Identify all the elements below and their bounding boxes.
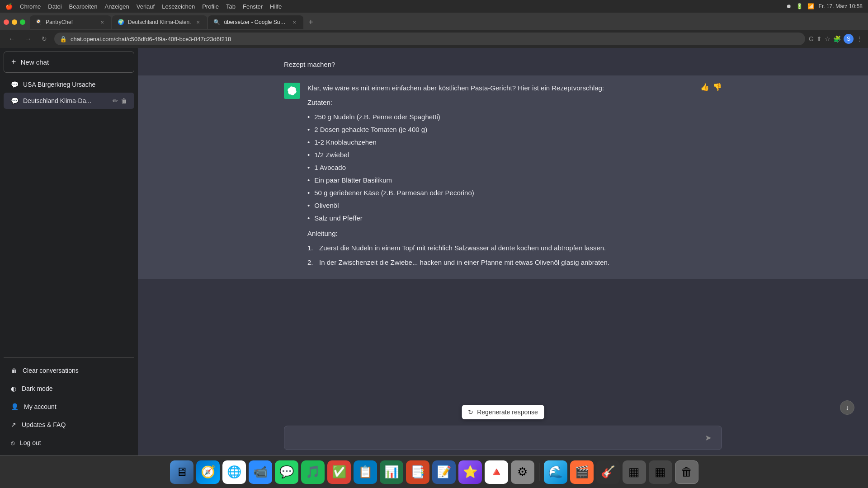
dock-claquette[interactable]: 🎬	[570, 460, 594, 484]
dock-settings[interactable]: ⚙	[511, 460, 534, 484]
dock-whatsapp[interactable]: 💬	[275, 460, 298, 484]
address-bar[interactable]: 🔒 chat.openai.com/chat/c506dfd6-4f9a-40f…	[54, 33, 805, 45]
verlauf-menu[interactable]: Verlauf	[137, 3, 155, 10]
mac-top-bar: 🍎 Chrome Datei Bearbeiten Anzeigen Verla…	[0, 0, 868, 13]
new-chat-button[interactable]: + New chat	[4, 52, 134, 73]
dock-safari[interactable]: 🧭	[196, 460, 220, 484]
new-tab-button[interactable]: +	[304, 16, 317, 28]
regenerate-label: Regenerate response	[477, 408, 538, 416]
ingredients-list: •250 g Nudeln (z.B. Penne oder Spaghetti…	[307, 112, 693, 224]
tab-title-google: übersetzer - Google Suche	[224, 19, 287, 25]
profile-icon[interactable]: S	[844, 34, 854, 44]
clear-conversations-button[interactable]: 🗑 Clear conversations	[4, 361, 134, 380]
sidebar: + New chat 💬 USA Bürgerkrieg Ursache 💬 D…	[0, 48, 138, 455]
dock-drive[interactable]: 🔺	[485, 460, 508, 484]
instructions-label: Anleitung:	[307, 228, 693, 239]
anzeigen-menu[interactable]: Anzeigen	[105, 3, 129, 10]
assistant-message-row: Klar, wie wäre es mit einem einfachen ab…	[138, 75, 868, 279]
tab-close-pantry[interactable]: ✕	[99, 19, 106, 26]
dock-trash[interactable]: 🗑	[675, 460, 698, 484]
minimize-button[interactable]	[12, 19, 17, 25]
thumbs-up-icon[interactable]: 👍	[700, 83, 709, 91]
dock-word[interactable]: 📝	[432, 460, 456, 484]
gpt-avatar	[284, 83, 300, 99]
ingredient-2: 1-2 Knoblauchzehen	[314, 137, 377, 148]
dock-trello[interactable]: 📋	[354, 460, 377, 484]
ingredient-8: Salz und Pfeffer	[314, 213, 362, 224]
conversation-item-deutschland[interactable]: 💬 Deutschland Klima-Da... ✏ 🗑	[4, 93, 134, 109]
chrome-menu[interactable]: Chrome	[20, 3, 41, 10]
tab-favicon-klima: 🌍	[118, 19, 124, 25]
dock-zoom[interactable]: 📹	[249, 460, 272, 484]
ingredient-4: 1 Avocado	[314, 162, 346, 173]
dock: 🖥 🧭 🌐 📹 💬 🎵 ✅ 📋 📊 📑 📝 ⭐ 🔺 ⚙ 🌊 🎬	[0, 455, 868, 488]
hilfe-menu[interactable]: Hilfe	[270, 3, 282, 10]
mac-menu-bar: 🍎 Chrome Datei Bearbeiten Anzeigen Verla…	[5, 3, 282, 10]
my-account-button[interactable]: 👤 My account	[4, 398, 134, 416]
close-button[interactable]	[4, 19, 9, 25]
regenerate-button[interactable]: ↻ Regenerate response	[462, 405, 544, 419]
updates-faq-button[interactable]: ↗ Updates & FAQ	[4, 416, 134, 434]
share-icon[interactable]: ⬆	[816, 35, 822, 42]
chat-icon-usa: 💬	[11, 81, 19, 88]
battery-icon: 🔋	[796, 3, 803, 9]
tab-close-klima[interactable]: ✕	[194, 19, 202, 26]
tab-google[interactable]: 🔍 übersetzer - Google Suche ✕	[208, 15, 303, 29]
datei-menu[interactable]: Datei	[48, 3, 61, 10]
clock: Fr. 17. März 10:58	[819, 3, 863, 9]
fenster-menu[interactable]: Fenster	[243, 3, 263, 10]
ingredient-3: 1/2 Zwiebel	[314, 150, 349, 160]
address-bar-row: ← → ↻ 🔒 chat.openai.com/chat/c506dfd6-4f…	[0, 30, 868, 48]
apple-icon[interactable]: 🍎	[5, 3, 13, 10]
dock-powerpoint[interactable]: 📑	[406, 460, 429, 484]
scroll-to-bottom-button[interactable]: ↓	[840, 400, 854, 415]
delete-icon[interactable]: 🗑	[121, 97, 127, 104]
chat-input[interactable]	[291, 432, 701, 443]
google-icon[interactable]: G	[809, 35, 814, 42]
conversation-item-usa[interactable]: 💬 USA Bürgerkrieg Ursache	[4, 76, 134, 93]
dock-chrome[interactable]: 🌐	[222, 460, 246, 484]
ingredient-0: 250 g Nudeln (z.B. Penne oder Spaghetti)	[314, 112, 440, 122]
profile-menu[interactable]: Profile	[202, 3, 219, 10]
dock-guitar[interactable]: 🎸	[596, 460, 620, 484]
back-button[interactable]: ←	[5, 33, 18, 45]
lesezeichen-menu[interactable]: Lesezeichen	[162, 3, 195, 10]
bearbeiten-menu[interactable]: Bearbeiten	[69, 3, 98, 10]
dock-todoist[interactable]: ✅	[327, 460, 351, 484]
send-button[interactable]: ➤	[701, 431, 715, 445]
logout-button[interactable]: ⎋ Log out	[4, 434, 134, 452]
dark-mode-label: Dark mode	[22, 385, 52, 392]
tab-menu[interactable]: Tab	[226, 3, 236, 10]
logout-label: Log out	[20, 439, 41, 446]
thumbs-down-icon[interactable]: 👎	[713, 83, 722, 91]
forward-button[interactable]: →	[22, 33, 34, 45]
message-actions: 👍 👎	[700, 83, 722, 91]
dock-finder[interactable]: 🖥	[170, 460, 193, 484]
dock-bezel[interactable]: ⭐	[458, 460, 482, 484]
tab-close-google[interactable]: ✕	[291, 19, 298, 26]
menu-icon[interactable]: ⋮	[856, 35, 863, 42]
dark-mode-button[interactable]: ◐ Dark mode	[4, 380, 134, 398]
dock-screenium[interactable]: 🌊	[544, 460, 567, 484]
assistant-intro: Klar, wie wäre es mit einem einfachen ab…	[307, 83, 693, 94]
dock-excel[interactable]: 📊	[380, 460, 403, 484]
chat-input-wrapper: ➤	[284, 426, 722, 450]
dock-misc2[interactable]: ▦	[649, 460, 672, 484]
extensions-icon[interactable]: 🧩	[833, 35, 841, 42]
lock-icon: 🔒	[60, 36, 67, 42]
user-icon: 👤	[11, 403, 19, 410]
reload-button[interactable]: ↻	[38, 33, 51, 45]
moon-icon: ◐	[11, 385, 16, 392]
steps-list: 1. Zuerst die Nudeln in einem Topf mit r…	[307, 243, 693, 268]
ingredient-5: Ein paar Blätter Basilikum	[314, 175, 392, 186]
edit-icon[interactable]: ✏	[113, 97, 118, 104]
fullscreen-button[interactable]	[20, 19, 25, 25]
dock-spotify[interactable]: 🎵	[301, 460, 325, 484]
assistant-message-content: Klar, wie wäre es mit einem einfachen ab…	[307, 83, 693, 272]
bookmark-icon[interactable]: ☆	[825, 35, 830, 42]
partial-message-top: Rezept machen?	[138, 57, 868, 75]
tab-klima[interactable]: 🌍 Deutschland Klima-Daten. ✕	[112, 15, 207, 29]
tab-pantry-chef[interactable]: 🍳 PantryChef ✕	[30, 15, 111, 29]
browser-chrome: 🍳 PantryChef ✕ 🌍 Deutschland Klima-Daten…	[0, 13, 868, 48]
dock-misc1[interactable]: ▦	[623, 460, 646, 484]
